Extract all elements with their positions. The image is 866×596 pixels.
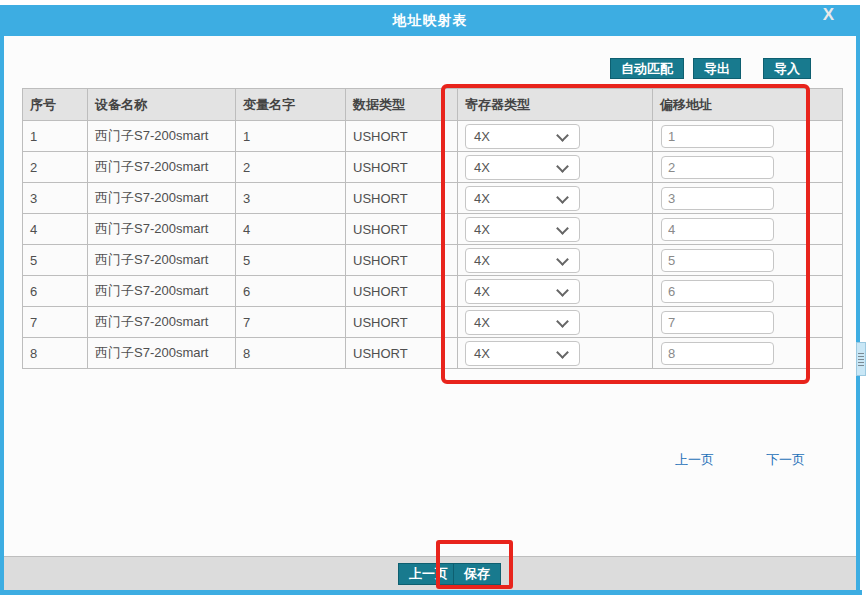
offset-address-input[interactable] [661,342,774,365]
row-device-name-cell: 西门子S7-200smart [88,338,236,369]
row-variable-name-cell: 2 [236,152,346,183]
side-panel-grip-handle[interactable] [856,342,866,376]
row-variable-name-cell: 7 [236,307,346,338]
register-type-value: 4X [474,253,490,268]
row-offset-address-cell [653,214,807,245]
footer-prev-page-button[interactable]: 上一页 [398,563,459,585]
dialog-bottom-border [0,590,862,595]
table-row: 3西门子S7-200smart3USHORT4X [23,183,843,214]
row-offset-address-cell [653,245,807,276]
row-data-type-cell: USHORT [346,152,458,183]
row-data-type-cell: USHORT [346,121,458,152]
table-row: 6西门子S7-200smart6USHORT4X [23,276,843,307]
import-button[interactable]: 导入 [763,58,811,79]
row-empty-cell [807,276,843,307]
header-register-type: 寄存器类型 [458,89,653,121]
row-seq-cell: 7 [23,307,88,338]
row-empty-cell [807,245,843,276]
row-empty-cell [807,214,843,245]
row-device-name-cell: 西门子S7-200smart [88,245,236,276]
table-row: 1西门子S7-200smart1USHORT4X [23,121,843,152]
row-seq-cell: 3 [23,183,88,214]
dialog-title: 地址映射表 [393,12,468,30]
row-seq-cell: 8 [23,338,88,369]
register-type-value: 4X [474,222,490,237]
save-button[interactable]: 保存 [453,563,501,585]
row-device-name-cell: 西门子S7-200smart [88,183,236,214]
register-type-select[interactable]: 4X [465,279,580,304]
row-device-name-cell: 西门子S7-200smart [88,121,236,152]
export-button[interactable]: 导出 [693,58,741,79]
row-empty-cell [807,338,843,369]
table-row: 4西门子S7-200smart4USHORT4X [23,214,843,245]
row-data-type-cell: USHORT [346,183,458,214]
offset-address-input[interactable] [661,125,774,148]
row-empty-cell [807,183,843,214]
row-data-type-cell: USHORT [346,245,458,276]
register-type-value: 4X [474,160,490,175]
table-row: 8西门子S7-200smart8USHORT4X [23,338,843,369]
register-type-select[interactable]: 4X [465,186,580,211]
register-type-select[interactable]: 4X [465,341,580,366]
row-variable-name-cell: 1 [236,121,346,152]
register-type-select[interactable]: 4X [465,155,580,180]
prev-page-link[interactable]: 上一页 [675,451,714,469]
row-variable-name-cell: 6 [236,276,346,307]
register-type-value: 4X [474,191,490,206]
row-device-name-cell: 西门子S7-200smart [88,152,236,183]
chevron-down-icon [556,315,569,328]
register-type-select[interactable]: 4X [465,124,580,149]
row-variable-name-cell: 5 [236,245,346,276]
offset-address-input[interactable] [661,311,774,334]
header-device-name: 设备名称 [88,89,236,121]
table-row: 5西门子S7-200smart5USHORT4X [23,245,843,276]
mapping-table-body: 1西门子S7-200smart1USHORT4X2西门子S7-200smart2… [23,121,843,369]
register-type-value: 4X [474,284,490,299]
chevron-down-icon [556,160,569,173]
register-type-value: 4X [474,346,490,361]
address-mapping-table: 序号 设备名称 变量名字 数据类型 寄存器类型 偏移地址 1西门子S7-200s… [22,88,843,369]
register-type-select[interactable]: 4X [465,310,580,335]
next-page-link[interactable]: 下一页 [766,451,805,469]
row-device-name-cell: 西门子S7-200smart [88,214,236,245]
row-register-type-cell: 4X [458,121,653,152]
table-row: 2西门子S7-200smart2USHORT4X [23,152,843,183]
row-offset-address-cell [653,183,807,214]
offset-address-input[interactable] [661,280,774,303]
offset-address-input[interactable] [661,156,774,179]
row-variable-name-cell: 3 [236,183,346,214]
row-empty-cell [807,152,843,183]
row-register-type-cell: 4X [458,307,653,338]
row-offset-address-cell [653,121,807,152]
chevron-down-icon [556,253,569,266]
register-type-select[interactable]: 4X [465,217,580,242]
chevron-down-icon [556,191,569,204]
offset-address-input[interactable] [661,187,774,210]
row-register-type-cell: 4X [458,245,653,276]
row-data-type-cell: USHORT [346,307,458,338]
row-data-type-cell: USHORT [346,214,458,245]
register-type-value: 4X [474,315,490,330]
row-empty-cell [807,121,843,152]
close-icon[interactable]: X [823,4,834,26]
offset-address-input[interactable] [661,249,774,272]
row-register-type-cell: 4X [458,338,653,369]
header-variable-name: 变量名字 [236,89,346,121]
header-data-type: 数据类型 [346,89,458,121]
row-data-type-cell: USHORT [346,276,458,307]
row-seq-cell: 1 [23,121,88,152]
row-register-type-cell: 4X [458,276,653,307]
address-mapping-dialog: 地址映射表 X 自动匹配 导出 导入 序号 设备名称 变量名字 数据类型 寄存器… [0,0,866,596]
header-empty [807,89,843,121]
row-seq-cell: 5 [23,245,88,276]
dialog-titlebar: 地址映射表 [0,5,860,36]
offset-address-input[interactable] [661,218,774,241]
row-register-type-cell: 4X [458,214,653,245]
row-seq-cell: 6 [23,276,88,307]
row-offset-address-cell [653,276,807,307]
row-device-name-cell: 西门子S7-200smart [88,307,236,338]
auto-match-button[interactable]: 自动匹配 [610,58,684,79]
register-type-select[interactable]: 4X [465,248,580,273]
row-register-type-cell: 4X [458,152,653,183]
header-offset-address: 偏移地址 [653,89,807,121]
